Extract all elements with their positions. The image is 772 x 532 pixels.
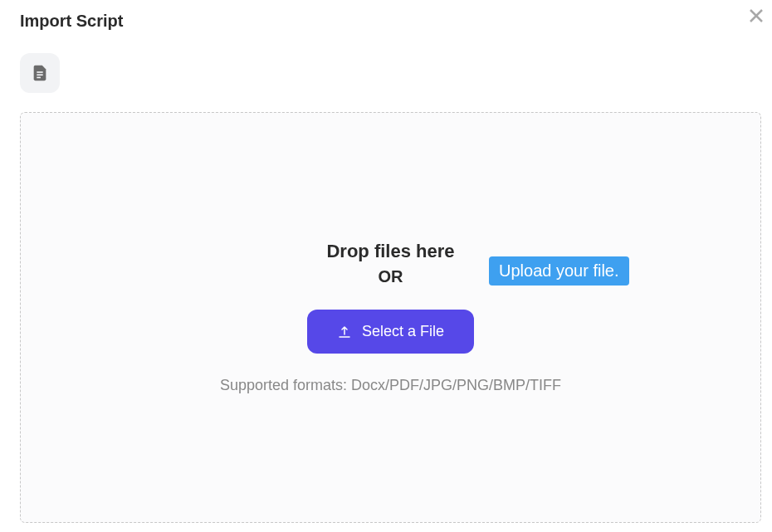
drop-files-text: Drop files here <box>326 241 454 262</box>
svg-rect-2 <box>37 71 42 73</box>
upload-tooltip-text: Upload your file. <box>499 261 619 280</box>
upload-tooltip: Upload your file. <box>489 256 629 286</box>
svg-rect-3 <box>37 74 42 76</box>
select-file-button-label: Select a File <box>362 323 444 340</box>
document-icon <box>31 64 49 82</box>
select-file-button[interactable]: Select a File <box>307 310 474 354</box>
supported-formats-text: Supported formats: Docx/PDF/JPG/PNG/BMP/… <box>220 377 561 394</box>
or-text: OR <box>379 267 403 286</box>
document-type-icon-wrapper <box>20 53 60 93</box>
file-drop-zone[interactable]: Drop files here OR Select a File Support… <box>20 112 761 523</box>
dialog-title: Import Script <box>20 12 123 31</box>
upload-icon <box>337 325 352 339</box>
close-button[interactable] <box>749 5 764 28</box>
close-icon <box>749 8 764 23</box>
svg-rect-4 <box>37 77 41 79</box>
